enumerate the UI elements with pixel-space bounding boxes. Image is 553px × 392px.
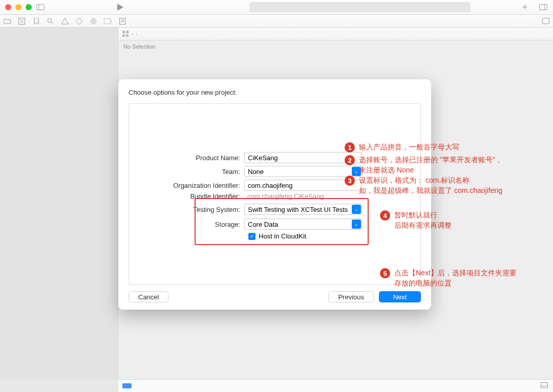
annotation-2: 2 选择账号，选择已注册的 "苹果开发者账号"， 未注册就选 None [345, 155, 502, 175]
annotation-4: 4 暂时默认就行 后期有需求再调整 [380, 210, 452, 230]
team-label: Team: [129, 168, 244, 176]
badge-5: 5 [380, 268, 390, 278]
annotation-1: 1 输入产品拼音，一般首字母大写 [345, 142, 459, 153]
annotation-4-text: 暂时默认就行 后期有需求再调整 [394, 210, 452, 230]
source-control-icon[interactable] [17, 17, 26, 26]
forward-icon[interactable]: › [136, 31, 138, 37]
navigator-panel [0, 28, 118, 379]
cancel-button[interactable]: Cancel [129, 291, 168, 302]
activity-viewer[interactable] [249, 2, 471, 12]
badge-3: 3 [345, 176, 355, 186]
minimize-icon[interactable] [15, 4, 22, 10]
product-name-label: Product Name: [129, 154, 244, 162]
bookmark-icon[interactable] [32, 17, 40, 26]
editor-path-bar: ‹ › [118, 28, 553, 40]
zoom-icon[interactable] [26, 4, 32, 10]
annotation-3-text: 设置标识，格式为： com.标识名称 如，我是超级峰，我就设置了 com.cha… [359, 176, 502, 195]
svg-rect-0 [37, 5, 45, 10]
annotation-5: 5 点击【Next】后，选择项目文件夹需要 存放的电脑的位置 [380, 268, 517, 288]
tests-icon[interactable] [75, 17, 83, 26]
modal-title: Choose options for your new project: [129, 89, 421, 96]
window-controls [5, 4, 32, 10]
svg-rect-12 [542, 18, 549, 24]
run-icon[interactable] [116, 3, 125, 12]
breakpoints-icon[interactable] [103, 17, 112, 26]
modal-buttons: Cancel Previous Next [129, 291, 421, 302]
library-panel-icon[interactable] [539, 3, 548, 12]
svg-rect-15 [122, 34, 125, 37]
issues-icon[interactable] [60, 17, 69, 26]
svg-point-8 [93, 20, 95, 22]
svg-rect-2 [540, 5, 547, 10]
no-selection-label: No Selection [118, 40, 553, 53]
inspector-toggle-icon[interactable] [541, 17, 550, 26]
badge-4: 4 [380, 210, 390, 221]
navigator-bar [0, 15, 553, 28]
grid-icon[interactable] [122, 31, 129, 37]
svg-rect-14 [126, 31, 129, 33]
find-icon[interactable] [46, 17, 55, 26]
debug-bar [118, 379, 553, 392]
badge-2: 2 [345, 155, 355, 165]
annotation-3: 3 设置标识，格式为： com.标识名称 如，我是超级峰，我就设置了 com.c… [345, 176, 502, 195]
folder-icon[interactable] [3, 17, 12, 26]
panel-toggle-icon[interactable] [541, 382, 549, 390]
org-id-label: Organization Identifier: [129, 182, 244, 189]
annotation-1-text: 输入产品拼音，一般首字母大写 [359, 142, 459, 153]
reports-icon[interactable] [118, 17, 126, 26]
debug-icon[interactable] [89, 17, 98, 26]
close-icon[interactable] [5, 4, 11, 10]
svg-rect-13 [122, 31, 125, 33]
annotation-5-text: 点击【Next】后，选择项目文件夹需要 存放的电脑的位置 [394, 268, 517, 288]
svg-line-6 [51, 22, 53, 24]
svg-point-5 [48, 18, 52, 23]
annotation-highlight [195, 198, 369, 245]
team-value: None [248, 168, 264, 176]
previous-button[interactable]: Previous [328, 291, 374, 302]
sidebar-toggle-icon[interactable] [36, 3, 45, 12]
next-button[interactable]: Next [379, 291, 421, 302]
badge-1: 1 [345, 142, 355, 153]
filter-icon[interactable] [122, 383, 132, 388]
add-icon[interactable]: + [520, 3, 529, 12]
titlebar: + [0, 0, 553, 15]
svg-point-7 [91, 18, 96, 24]
svg-rect-17 [541, 383, 548, 388]
back-icon[interactable]: ‹ [132, 31, 134, 37]
svg-rect-16 [126, 34, 129, 37]
annotation-2-text: 选择账号，选择已注册的 "苹果开发者账号"， 未注册就选 None [359, 155, 502, 175]
